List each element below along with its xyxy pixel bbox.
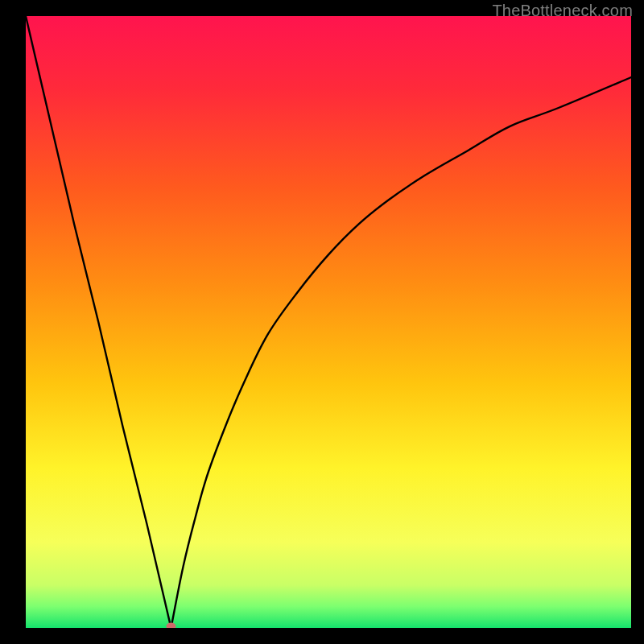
gradient-background	[26, 16, 631, 628]
plot-area	[26, 16, 631, 628]
chart-frame: TheBottleneck.com	[0, 0, 644, 644]
plot-svg	[26, 16, 631, 628]
watermark-text: TheBottleneck.com	[492, 2, 633, 20]
